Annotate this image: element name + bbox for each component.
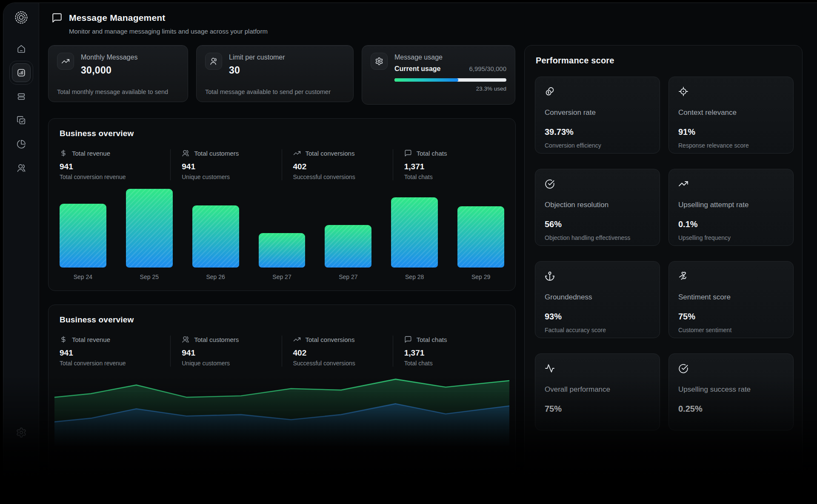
- stat-card-title: Limit per customer: [229, 54, 345, 61]
- sidebar-item-home[interactable]: [12, 40, 31, 58]
- bar: [60, 204, 106, 268]
- sidebar-item-settings[interactable]: [16, 427, 27, 438]
- business-stat-total-conversions: Total conversions402Successful conversio…: [282, 149, 393, 180]
- performance-grid: Conversion rate39.73%Conversion efficien…: [535, 77, 794, 430]
- stat-value: 1,371: [404, 162, 496, 171]
- bar-label: Sep 26: [192, 273, 239, 280]
- bar-column-sep-24: Sep 24: [60, 204, 106, 280]
- sidebar-item-tasks[interactable]: [12, 111, 31, 130]
- stat-label-text: Total conversions: [306, 336, 355, 343]
- performance-sub: Conversion efficiency: [545, 142, 650, 149]
- bar: [391, 197, 438, 268]
- stat-cards-row: Monthly Messages 30,000 Total monthly me…: [48, 45, 516, 105]
- performance-label: Upselling success rate: [678, 385, 784, 394]
- bar: [259, 233, 306, 268]
- performance-value: 39.73%: [545, 127, 650, 137]
- business-stat-total-customers: Total customers941Unique customers: [171, 336, 282, 367]
- chart-icon: [17, 68, 26, 77]
- home-icon: [17, 44, 26, 54]
- stat-label-text: Total conversions: [306, 150, 355, 157]
- left-column: Monthly Messages 30,000 Total monthly me…: [48, 45, 516, 504]
- stat-card-title: Message usage: [394, 54, 506, 61]
- stat-value: 941: [182, 348, 273, 358]
- performance-value: 93%: [545, 312, 650, 322]
- stat-card-value: 30: [229, 65, 345, 76]
- business-stat-total-revenue: Total revenue941Total conversion revenue: [60, 149, 171, 180]
- bar-label: Sep 27: [259, 273, 306, 280]
- stat-sub: Total conversion revenue: [60, 174, 162, 180]
- business-stat-total-chats: Total chats1,371Total chats: [393, 149, 504, 180]
- performance-sub: Factual accuracy score: [545, 327, 650, 333]
- sidebar-item-lists[interactable]: [12, 87, 31, 106]
- bar-column-sep-27: Sep 27: [259, 233, 306, 280]
- rows-icon: [17, 92, 26, 101]
- stat-label-text: Total customers: [194, 336, 239, 343]
- stat-card-limit-per-customer: Limit per customer 30 Total message avai…: [196, 45, 354, 102]
- sidebar-item-analytics[interactable]: [12, 63, 31, 82]
- sidebar: [3, 3, 39, 504]
- stat-label-text: Total customers: [194, 150, 239, 157]
- anchor-icon: [545, 271, 555, 281]
- performance-sub: Objection handling effectiveness: [545, 234, 650, 241]
- section-title: Business overview: [60, 129, 504, 138]
- performance-card-groundedness: Groundedness93%Factual accuracy score: [535, 261, 660, 338]
- section-title: Business overview: [60, 315, 504, 325]
- gear-icon: [371, 53, 388, 70]
- stat-card-title: Monthly Messages: [81, 54, 179, 61]
- stat-value: 941: [60, 162, 162, 171]
- performance-label: Groundedness: [545, 293, 650, 302]
- users-icon: [182, 336, 189, 343]
- stat-sub: Unique customers: [182, 360, 273, 367]
- performance-label: Context relevance: [678, 108, 784, 117]
- stat-value: 941: [60, 348, 162, 358]
- performance-card-upselling-success-rate: Upselling success rate0.25%: [668, 353, 794, 430]
- bar-column-sep-29: Sep 29: [457, 206, 504, 280]
- performance-card-conversion-rate: Conversion rate39.73%Conversion efficien…: [535, 77, 660, 154]
- stat-card-monthly-messages: Monthly Messages 30,000 Total monthly me…: [48, 45, 188, 102]
- bar-column-sep-28: Sep 28: [391, 197, 438, 280]
- stat-label-text: Total revenue: [72, 150, 110, 157]
- dollar-icon: [60, 336, 67, 343]
- performance-label: Overall performance: [545, 385, 650, 394]
- stat-card-footer: Total monthly message available to send: [57, 88, 179, 95]
- stat-label-text: Total chats: [417, 336, 447, 343]
- performance-card-upselling-attempt-rate: Upselling attempt rate0.1%Upselling freq…: [668, 169, 794, 246]
- bar: [325, 225, 371, 268]
- bar: [457, 206, 504, 268]
- performance-title: Performance score: [535, 56, 794, 65]
- dollar-icon: [60, 149, 67, 157]
- sidebar-item-reports[interactable]: [12, 135, 31, 154]
- performance-card-objection-resolution: Objection resolution56%Objection handlin…: [535, 169, 660, 246]
- trending-up-icon: [293, 336, 301, 343]
- sidebar-item-customers[interactable]: [12, 159, 31, 177]
- stat-value: 941: [182, 162, 273, 171]
- usage-label: Current usage: [394, 65, 440, 73]
- business-stats-row: Total revenue941Total conversion revenue…: [60, 336, 504, 367]
- app-window: Message Management Monitor and manage me…: [3, 3, 817, 504]
- stat-sub: Successful conversions: [293, 360, 384, 367]
- bar-label: Sep 24: [60, 273, 106, 280]
- usage-progress-bar: [394, 78, 506, 82]
- usage-progress-fill: [394, 78, 458, 82]
- bar: [192, 205, 239, 268]
- trend-area-chart: [54, 373, 509, 446]
- user-icon: [205, 53, 222, 70]
- usage-value: 6,995/30,000: [469, 65, 506, 72]
- bar-label: Sep 27: [325, 273, 371, 280]
- business-stats-row: Total revenue941Total conversion revenue…: [60, 149, 504, 180]
- business-stat-total-conversions: Total conversions402Successful conversio…: [282, 336, 393, 367]
- performance-value: 75%: [678, 312, 784, 322]
- stat-card-message-usage: Message usage Current usage 6,995/30,000…: [362, 45, 515, 105]
- pie-icon: [17, 140, 26, 149]
- bar-column-sep-26: Sep 26: [192, 205, 239, 280]
- bar-column-sep-25: Sep 25: [126, 189, 173, 280]
- stat-value: 1,371: [404, 348, 496, 358]
- business-stat-total-revenue: Total revenue941Total conversion revenue: [60, 336, 171, 367]
- bar-column-sep-27: Sep 27: [325, 225, 371, 280]
- check-circle-icon: [678, 363, 688, 373]
- bar-label: Sep 25: [126, 273, 173, 280]
- message-square-icon: [51, 12, 63, 23]
- trending-up-icon: [678, 179, 688, 189]
- app-logo-icon: [13, 9, 30, 26]
- performance-value: 56%: [545, 219, 650, 229]
